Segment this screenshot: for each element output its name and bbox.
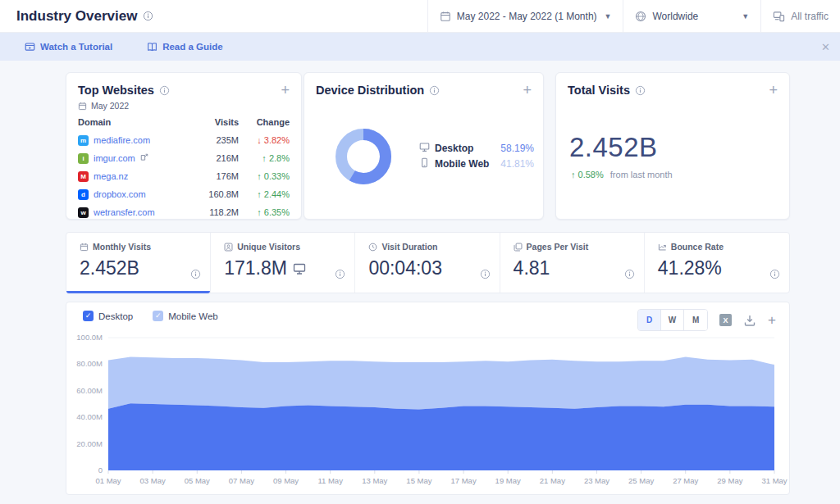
desktop-icon [293, 262, 306, 275]
visits-area-chart: 100.0M80.00M60.00M40.00M20.00M001 May03 … [66, 332, 789, 494]
col-change: Change [239, 117, 290, 127]
book-icon [147, 42, 158, 52]
svg-text:31 May: 31 May [761, 476, 787, 485]
info-icon[interactable] [769, 269, 780, 279]
visits-value: 235M [194, 135, 239, 145]
info-icon[interactable] [480, 269, 491, 279]
traffic-selector[interactable]: All traffic [760, 0, 840, 32]
change-value: ↑ 2.44% [239, 189, 290, 199]
svg-text:20.00M: 20.00M [76, 439, 103, 448]
col-visits: Visits [194, 117, 239, 127]
total-visits-change: ↑ 0.58% from last month [571, 170, 673, 179]
svg-text:19 May: 19 May [495, 476, 521, 485]
svg-text:07 May: 07 May [229, 476, 254, 485]
table-row: i imgur.com 216M ↑ 2.8% [78, 149, 290, 167]
change-percent: ↑ 0.58% [571, 170, 604, 179]
svg-text:100.0M: 100.0M [76, 333, 103, 342]
granularity-month-button[interactable]: M [684, 310, 707, 330]
add-to-dashboard-button[interactable]: + [523, 83, 532, 98]
onboarding-banner: Watch a Tutorial Read a Guide ✕ [0, 33, 840, 61]
region-selector[interactable]: Worldwide ▼ [623, 0, 760, 32]
visits-value: 216M [194, 153, 239, 163]
change-value: ↑ 2.8% [239, 153, 290, 163]
watch-tutorial-label: Watch a Tutorial [40, 42, 112, 52]
traffic-label: All traffic [791, 11, 829, 22]
clock-icon [368, 243, 377, 252]
metric-label: Unique Visitors [237, 242, 300, 252]
domain-link[interactable]: wetransfer.com [94, 207, 155, 217]
series-label: Desktop [98, 311, 133, 321]
domain-link[interactable]: mega.nz [94, 171, 128, 181]
info-icon[interactable] [635, 85, 646, 96]
metrics-strip: Monthly Visits 2.452B Unique Visitors 17… [66, 232, 790, 293]
export-excel-icon[interactable]: X [719, 314, 732, 326]
top-websites-card: Top Websites + May 2022 Domain Visits Ch… [66, 72, 302, 220]
table-row: w wetransfer.com 118.2M ↑ 6.35% [78, 203, 290, 221]
metric-bounce-rate[interactable]: Bounce Rate 41.28% [645, 233, 789, 293]
legend-value: 58.19% [500, 143, 534, 154]
date-range-label: May 2022 - May 2022 (1 Month) [457, 11, 597, 22]
video-icon [25, 42, 35, 52]
info-icon[interactable] [335, 269, 345, 279]
change-value: ↑ 0.33% [239, 171, 290, 181]
add-to-dashboard-button[interactable]: + [768, 312, 776, 329]
domain-link[interactable]: mediafire.com [94, 135, 150, 145]
visits-trend-card: ✓ Desktop ✓ Mobile Web D W M X + 100.0M8… [66, 302, 790, 495]
device-donut-chart [331, 124, 396, 189]
metric-monthly-visits[interactable]: Monthly Visits 2.452B [66, 233, 211, 293]
svg-text:11 May: 11 May [317, 476, 343, 485]
info-icon[interactable] [190, 269, 201, 279]
info-icon[interactable] [159, 85, 170, 96]
external-link-icon[interactable] [140, 153, 148, 163]
add-to-dashboard-button[interactable]: + [281, 83, 290, 98]
svg-text:60.00M: 60.00M [76, 386, 103, 395]
svg-text:40.00M: 40.00M [76, 412, 103, 421]
metric-value: 00:04:03 [368, 257, 487, 279]
checkbox-checked-icon: ✓ [153, 311, 163, 321]
desktop-series-checkbox[interactable]: ✓ Desktop [83, 311, 133, 321]
close-icon[interactable]: ✕ [821, 41, 830, 53]
svg-text:15 May: 15 May [406, 476, 431, 485]
site-favicon: d [78, 189, 89, 200]
chevron-down-icon: ▼ [605, 12, 612, 20]
total-visits-card: Total Visits + 2.452B ↑ 0.58% from last … [555, 72, 790, 220]
watch-tutorial-link[interactable]: Watch a Tutorial [25, 42, 112, 52]
page-title: Industry Overview [16, 8, 137, 25]
checkbox-checked-icon: ✓ [83, 311, 94, 321]
domain-link[interactable]: dropbox.com [94, 189, 146, 199]
series-label: Mobile Web [168, 311, 218, 321]
info-icon[interactable] [429, 85, 440, 96]
svg-text:13 May: 13 May [362, 476, 387, 485]
change-value: ↓ 3.82% [239, 135, 290, 145]
site-favicon: M [78, 171, 89, 182]
total-visits-value: 2.452B [569, 132, 658, 163]
svg-text:23 May: 23 May [584, 476, 609, 485]
granularity-week-button[interactable]: W [661, 310, 684, 330]
date-range-picker[interactable]: May 2022 - May 2022 (1 Month) ▼ [427, 0, 623, 32]
info-icon[interactable] [143, 11, 153, 21]
svg-text:27 May: 27 May [673, 476, 698, 485]
visits-value: 176M [194, 171, 239, 181]
add-to-dashboard-button[interactable]: + [769, 83, 778, 98]
mobile-series-checkbox[interactable]: ✓ Mobile Web [153, 311, 218, 321]
metric-visit-duration[interactable]: Visit Duration 00:04:03 [355, 233, 500, 293]
metric-value: 2.452B [80, 257, 199, 279]
table-row: M mega.nz 176M ↑ 0.33% [78, 167, 290, 185]
granularity-day-button[interactable]: D [638, 310, 661, 330]
metric-unique-visitors[interactable]: Unique Visitors 171.8M [211, 233, 355, 293]
calendar-icon [80, 243, 89, 252]
metric-label: Monthly Visits [93, 242, 151, 252]
metric-pages-per-visit[interactable]: Pages Per Visit 4.81 [500, 233, 645, 293]
metric-label: Bounce Rate [671, 242, 724, 252]
globe-icon [635, 11, 646, 22]
download-icon[interactable] [743, 314, 756, 327]
info-icon[interactable] [624, 269, 635, 279]
top-websites-table: Domain Visits Change m mediafire.com 235… [66, 111, 301, 221]
metric-label: Visit Duration [381, 242, 437, 252]
legend-label: Mobile Web [435, 158, 489, 170]
read-guide-link[interactable]: Read a Guide [147, 42, 223, 52]
calendar-icon [78, 102, 87, 111]
svg-text:17 May: 17 May [450, 476, 476, 485]
domain-link[interactable]: imgur.com [94, 153, 135, 163]
chevron-down-icon: ▼ [742, 12, 749, 20]
